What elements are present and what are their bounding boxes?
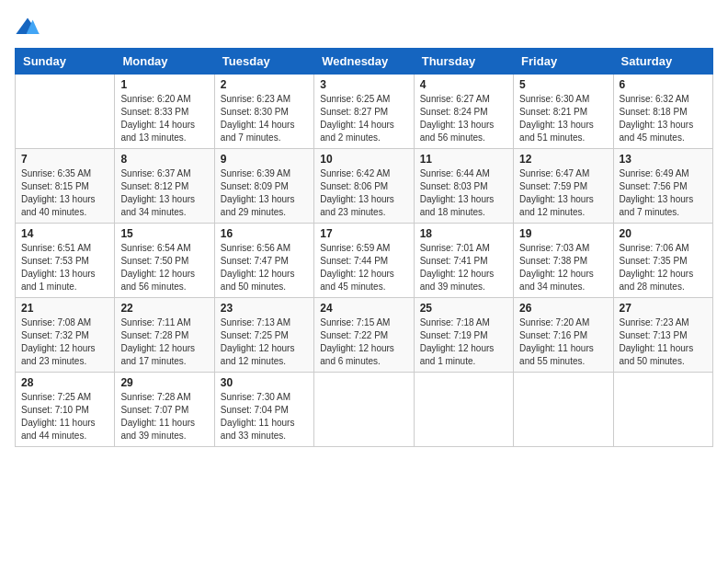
day-info: Sunrise: 6:42 AM Sunset: 8:06 PM Dayligh… bbox=[320, 167, 407, 219]
calendar-cell: 14Sunrise: 6:51 AM Sunset: 7:53 PM Dayli… bbox=[16, 224, 115, 298]
day-number: 29 bbox=[120, 376, 208, 389]
calendar-cell: 7Sunrise: 6:35 AM Sunset: 8:15 PM Daylig… bbox=[16, 149, 115, 224]
day-of-week-header: Saturday bbox=[613, 49, 712, 75]
day-of-week-header: Sunday bbox=[16, 49, 115, 75]
day-number: 14 bbox=[21, 227, 108, 240]
day-number: 11 bbox=[420, 153, 507, 166]
calendar-cell: 4Sunrise: 6:27 AM Sunset: 8:24 PM Daylig… bbox=[414, 75, 513, 149]
calendar-cell: 19Sunrise: 7:03 AM Sunset: 7:38 PM Dayli… bbox=[514, 224, 613, 298]
day-info: Sunrise: 6:54 AM Sunset: 7:50 PM Dayligh… bbox=[120, 242, 208, 293]
day-info: Sunrise: 6:49 AM Sunset: 7:56 PM Dayligh… bbox=[620, 167, 707, 219]
day-info: Sunrise: 6:44 AM Sunset: 8:03 PM Dayligh… bbox=[420, 167, 507, 219]
day-info: Sunrise: 6:27 AM Sunset: 8:24 PM Dayligh… bbox=[420, 93, 507, 144]
day-info: Sunrise: 7:01 AM Sunset: 7:41 PM Dayligh… bbox=[420, 242, 507, 293]
day-number: 12 bbox=[519, 153, 607, 166]
day-number: 24 bbox=[320, 302, 407, 315]
day-number: 17 bbox=[320, 227, 407, 240]
day-number: 7 bbox=[21, 153, 108, 166]
calendar-cell: 26Sunrise: 7:20 AM Sunset: 7:16 PM Dayli… bbox=[514, 298, 613, 373]
calendar-week-row: 7Sunrise: 6:35 AM Sunset: 8:15 PM Daylig… bbox=[16, 149, 713, 224]
day-info: Sunrise: 7:30 AM Sunset: 7:04 PM Dayligh… bbox=[221, 391, 308, 442]
day-info: Sunrise: 7:20 AM Sunset: 7:16 PM Dayligh… bbox=[519, 316, 607, 368]
logo bbox=[15, 15, 40, 40]
day-info: Sunrise: 6:56 AM Sunset: 7:47 PM Dayligh… bbox=[221, 242, 308, 293]
day-info: Sunrise: 7:06 AM Sunset: 7:35 PM Dayligh… bbox=[620, 242, 707, 293]
day-info: Sunrise: 6:23 AM Sunset: 8:30 PM Dayligh… bbox=[221, 93, 308, 144]
day-info: Sunrise: 7:23 AM Sunset: 7:13 PM Dayligh… bbox=[620, 316, 707, 368]
day-number: 16 bbox=[221, 227, 308, 240]
day-of-week-header: Monday bbox=[115, 49, 214, 75]
day-info: Sunrise: 6:35 AM Sunset: 8:15 PM Dayligh… bbox=[21, 167, 108, 219]
calendar-cell: 6Sunrise: 6:32 AM Sunset: 8:18 PM Daylig… bbox=[613, 75, 712, 149]
day-number: 18 bbox=[420, 227, 507, 240]
calendar-week-row: 14Sunrise: 6:51 AM Sunset: 7:53 PM Dayli… bbox=[16, 224, 713, 298]
calendar-cell: 21Sunrise: 7:08 AM Sunset: 7:32 PM Dayli… bbox=[16, 298, 115, 373]
day-number: 2 bbox=[221, 78, 308, 91]
calendar-week-row: 28Sunrise: 7:25 AM Sunset: 7:10 PM Dayli… bbox=[16, 373, 713, 447]
day-info: Sunrise: 6:25 AM Sunset: 8:27 PM Dayligh… bbox=[320, 93, 407, 144]
calendar-cell: 17Sunrise: 6:59 AM Sunset: 7:44 PM Dayli… bbox=[314, 224, 414, 298]
day-number: 19 bbox=[519, 227, 607, 240]
day-info: Sunrise: 6:20 AM Sunset: 8:33 PM Dayligh… bbox=[120, 93, 208, 144]
calendar-cell: 29Sunrise: 7:28 AM Sunset: 7:07 PM Dayli… bbox=[115, 373, 214, 447]
calendar-cell: 27Sunrise: 7:23 AM Sunset: 7:13 PM Dayli… bbox=[613, 298, 712, 373]
calendar-cell bbox=[514, 373, 613, 447]
day-info: Sunrise: 7:25 AM Sunset: 7:10 PM Dayligh… bbox=[21, 391, 108, 442]
calendar-cell: 24Sunrise: 7:15 AM Sunset: 7:22 PM Dayli… bbox=[314, 298, 414, 373]
calendar-week-row: 21Sunrise: 7:08 AM Sunset: 7:32 PM Dayli… bbox=[16, 298, 713, 373]
day-number: 3 bbox=[320, 78, 407, 91]
day-info: Sunrise: 7:11 AM Sunset: 7:28 PM Dayligh… bbox=[120, 316, 208, 368]
calendar-cell: 10Sunrise: 6:42 AM Sunset: 8:06 PM Dayli… bbox=[314, 149, 414, 224]
day-info: Sunrise: 6:30 AM Sunset: 8:21 PM Dayligh… bbox=[519, 93, 607, 144]
calendar-cell: 18Sunrise: 7:01 AM Sunset: 7:41 PM Dayli… bbox=[414, 224, 513, 298]
calendar-cell: 16Sunrise: 6:56 AM Sunset: 7:47 PM Dayli… bbox=[214, 224, 313, 298]
day-number: 28 bbox=[21, 376, 108, 389]
calendar-cell: 20Sunrise: 7:06 AM Sunset: 7:35 PM Dayli… bbox=[613, 224, 712, 298]
calendar-cell: 11Sunrise: 6:44 AM Sunset: 8:03 PM Dayli… bbox=[414, 149, 513, 224]
day-of-week-header: Thursday bbox=[414, 49, 513, 75]
day-info: Sunrise: 7:13 AM Sunset: 7:25 PM Dayligh… bbox=[221, 316, 308, 368]
logo-icon bbox=[15, 15, 40, 40]
day-number: 23 bbox=[221, 302, 308, 315]
day-number: 25 bbox=[420, 302, 507, 315]
calendar: SundayMondayTuesdayWednesdayThursdayFrid… bbox=[15, 48, 713, 447]
day-number: 26 bbox=[519, 302, 607, 315]
day-number: 15 bbox=[120, 227, 208, 240]
day-number: 21 bbox=[21, 302, 108, 315]
day-number: 30 bbox=[221, 376, 308, 389]
calendar-cell: 5Sunrise: 6:30 AM Sunset: 8:21 PM Daylig… bbox=[514, 75, 613, 149]
day-info: Sunrise: 6:39 AM Sunset: 8:09 PM Dayligh… bbox=[221, 167, 308, 219]
day-info: Sunrise: 6:51 AM Sunset: 7:53 PM Dayligh… bbox=[21, 242, 108, 293]
day-number: 27 bbox=[620, 302, 707, 315]
calendar-cell: 15Sunrise: 6:54 AM Sunset: 7:50 PM Dayli… bbox=[115, 224, 214, 298]
day-number: 1 bbox=[120, 78, 208, 91]
day-info: Sunrise: 6:59 AM Sunset: 7:44 PM Dayligh… bbox=[320, 242, 407, 293]
calendar-cell: 25Sunrise: 7:18 AM Sunset: 7:19 PM Dayli… bbox=[414, 298, 513, 373]
day-of-week-header: Tuesday bbox=[214, 49, 313, 75]
calendar-cell bbox=[414, 373, 513, 447]
calendar-cell: 8Sunrise: 6:37 AM Sunset: 8:12 PM Daylig… bbox=[115, 149, 214, 224]
calendar-cell: 13Sunrise: 6:49 AM Sunset: 7:56 PM Dayli… bbox=[613, 149, 712, 224]
day-info: Sunrise: 7:18 AM Sunset: 7:19 PM Dayligh… bbox=[420, 316, 507, 368]
day-info: Sunrise: 6:47 AM Sunset: 7:59 PM Dayligh… bbox=[519, 167, 607, 219]
calendar-cell: 9Sunrise: 6:39 AM Sunset: 8:09 PM Daylig… bbox=[214, 149, 313, 224]
calendar-cell bbox=[613, 373, 712, 447]
day-number: 5 bbox=[519, 78, 607, 91]
calendar-cell: 23Sunrise: 7:13 AM Sunset: 7:25 PM Dayli… bbox=[214, 298, 313, 373]
day-number: 9 bbox=[221, 153, 308, 166]
calendar-cell: 22Sunrise: 7:11 AM Sunset: 7:28 PM Dayli… bbox=[115, 298, 214, 373]
day-number: 22 bbox=[120, 302, 208, 315]
calendar-cell: 1Sunrise: 6:20 AM Sunset: 8:33 PM Daylig… bbox=[115, 75, 214, 149]
calendar-cell: 30Sunrise: 7:30 AM Sunset: 7:04 PM Dayli… bbox=[214, 373, 313, 447]
day-of-week-header: Friday bbox=[514, 49, 613, 75]
day-info: Sunrise: 7:08 AM Sunset: 7:32 PM Dayligh… bbox=[21, 316, 108, 368]
day-number: 13 bbox=[620, 153, 707, 166]
calendar-cell: 12Sunrise: 6:47 AM Sunset: 7:59 PM Dayli… bbox=[514, 149, 613, 224]
day-info: Sunrise: 6:37 AM Sunset: 8:12 PM Dayligh… bbox=[120, 167, 208, 219]
calendar-week-row: 1Sunrise: 6:20 AM Sunset: 8:33 PM Daylig… bbox=[16, 75, 713, 149]
calendar-cell: 3Sunrise: 6:25 AM Sunset: 8:27 PM Daylig… bbox=[314, 75, 414, 149]
calendar-cell bbox=[314, 373, 414, 447]
day-info: Sunrise: 6:32 AM Sunset: 8:18 PM Dayligh… bbox=[620, 93, 707, 144]
day-number: 6 bbox=[620, 78, 707, 91]
day-of-week-header: Wednesday bbox=[314, 49, 414, 75]
